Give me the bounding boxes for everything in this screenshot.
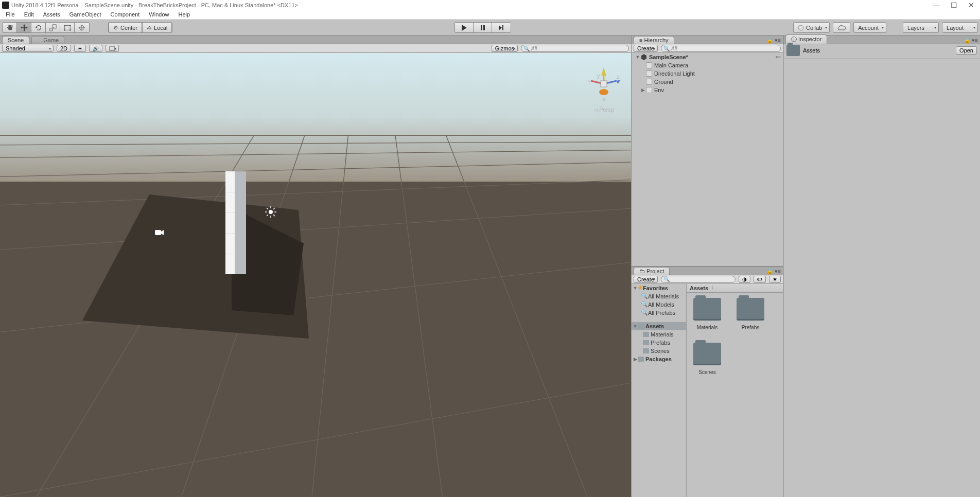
panel-menu-icon[interactable]: ▾≡: [775, 37, 781, 44]
panel-menu-icon[interactable]: ▾≡: [775, 268, 781, 275]
step-button[interactable]: [492, 23, 511, 32]
lock-icon[interactable]: 🔒: [766, 37, 774, 44]
filter-label-icon[interactable]: 🏷: [754, 276, 766, 283]
hierarchy-item[interactable]: Main Camera: [654, 62, 688, 68]
menu-component[interactable]: Component: [106, 10, 144, 20]
filter-type-icon[interactable]: ◑: [739, 276, 750, 283]
panel-menu-icon[interactable]: ▾≡: [972, 37, 978, 44]
menu-help[interactable]: Help: [173, 10, 195, 20]
folder-icon: [693, 298, 721, 321]
unity-logo-icon: [2, 2, 9, 9]
fx-dropdown[interactable]: [106, 45, 119, 52]
scene-search[interactable]: 🔍All: [521, 45, 629, 52]
svg-rect-2: [64, 25, 70, 30]
menu-assets[interactable]: Assets: [39, 10, 65, 20]
collab-dropdown[interactable]: Collab: [793, 22, 830, 33]
cloud-button[interactable]: [833, 22, 850, 33]
hierarchy-create[interactable]: Create: [634, 45, 658, 52]
hierarchy-item[interactable]: Directional Light: [654, 70, 695, 77]
search-icon: 🔍: [641, 293, 648, 299]
unified-tool[interactable]: [75, 23, 89, 32]
folder-icon: [737, 298, 764, 321]
shade-mode-dropdown[interactable]: Shaded: [2, 45, 54, 52]
game-icon: [37, 38, 42, 43]
menu-window[interactable]: Window: [144, 10, 173, 20]
tab-project[interactable]: 🗀 Project: [634, 267, 670, 275]
account-dropdown[interactable]: Account: [853, 22, 886, 33]
pause-button[interactable]: [474, 23, 492, 32]
search-icon: 🔍: [523, 46, 530, 51]
rotate-tool[interactable]: [31, 23, 46, 32]
2d-toggle[interactable]: 2D: [57, 45, 71, 52]
menu-edit[interactable]: Edit: [20, 10, 39, 20]
transform-tools: [2, 22, 90, 33]
inspector-icon: ⓘ: [791, 36, 798, 42]
scene-icon: [641, 54, 647, 60]
svg-point-9: [115, 27, 116, 28]
tab-hierarchy[interactable]: ≡ Hierarchy: [634, 36, 674, 44]
svg-point-47: [599, 89, 608, 95]
gameobject-icon: [646, 70, 652, 77]
folder-thumb[interactable]: Scenes: [692, 343, 723, 375]
camera-gizmo-icon: [153, 229, 164, 236]
hierarchy-item[interactable]: Env: [654, 87, 664, 93]
play-button[interactable]: [455, 23, 474, 32]
hand-tool[interactable]: [3, 23, 17, 32]
lighting-toggle[interactable]: ☀: [74, 45, 86, 52]
lock-icon[interactable]: 🔒: [766, 268, 774, 275]
hierarchy-tree[interactable]: ▼SampleScene*▾≡ Main Camera Directional …: [632, 53, 783, 267]
svg-rect-10: [481, 25, 482, 30]
layers-dropdown[interactable]: Layers: [903, 22, 939, 33]
svg-rect-30: [155, 230, 161, 235]
hierarchy-search[interactable]: 🔍All: [661, 45, 781, 52]
scale-tool[interactable]: [46, 23, 60, 32]
gameobject-icon: [646, 79, 652, 85]
svg-point-13: [798, 25, 803, 30]
space-toggle[interactable]: Local: [142, 22, 172, 33]
svg-rect-12: [502, 25, 503, 30]
svg-point-3: [64, 25, 65, 26]
audio-toggle[interactable]: 🔊: [89, 45, 102, 52]
move-tool[interactable]: [17, 23, 31, 32]
svg-line-39: [273, 208, 275, 209]
pivot-toggle[interactable]: Center: [109, 22, 142, 33]
folder-icon: [643, 348, 649, 353]
inspector-body: [783, 61, 980, 497]
window-titlebar: Unity 2018.4.12f1 Personal - SampleScene…: [0, 0, 980, 10]
inspector-header: Assets Open: [783, 44, 980, 57]
maximize-button[interactable]: ☐: [950, 2, 957, 9]
tab-scene[interactable]: Scene: [2, 36, 29, 44]
scene-menu-icon[interactable]: ▾≡: [776, 55, 783, 60]
open-button[interactable]: Open: [956, 46, 977, 55]
svg-marker-45: [617, 80, 621, 84]
folder-icon: [693, 343, 721, 365]
lock-icon[interactable]: 🔒: [964, 37, 971, 44]
layout-dropdown[interactable]: Layout: [942, 22, 978, 33]
window-title: Unity 2018.4.12f1 Personal - SampleScene…: [11, 2, 298, 8]
folder-thumb[interactable]: Prefabs: [735, 298, 766, 330]
rect-tool[interactable]: [60, 23, 75, 32]
hierarchy-item[interactable]: Ground: [654, 79, 673, 85]
favorite-save-icon[interactable]: ★: [769, 276, 781, 283]
svg-point-6: [69, 29, 71, 31]
svg-line-17: [0, 150, 631, 158]
project-search[interactable]: 🔍: [661, 276, 736, 283]
minimize-button[interactable]: —: [933, 2, 940, 9]
gizmos-dropdown[interactable]: Gizmos: [492, 45, 518, 52]
folder-icon: [643, 332, 649, 337]
close-button[interactable]: ✕: [968, 2, 975, 9]
menu-gameobject[interactable]: GameObject: [65, 10, 106, 20]
tab-game[interactable]: Game: [31, 36, 64, 44]
menu-file[interactable]: File: [1, 10, 20, 20]
folder-thumb[interactable]: Materials: [692, 298, 723, 330]
scene-viewport[interactable]: x y z ◅ Persp: [0, 53, 631, 497]
orientation-gizmo[interactable]: x y z ◅ Persp: [586, 66, 622, 108]
svg-text:z: z: [617, 74, 620, 80]
project-tree[interactable]: ▼★Favorites 🔍All Materials 🔍All Models 🔍…: [632, 284, 687, 498]
project-thumbs[interactable]: Materials Prefabs Scenes: [687, 293, 783, 498]
project-create[interactable]: Create: [634, 276, 658, 283]
svg-point-5: [64, 29, 65, 31]
scene-name[interactable]: SampleScene*: [649, 54, 688, 60]
project-breadcrumb[interactable]: Assets〉: [687, 284, 783, 293]
svg-line-27: [446, 135, 588, 497]
